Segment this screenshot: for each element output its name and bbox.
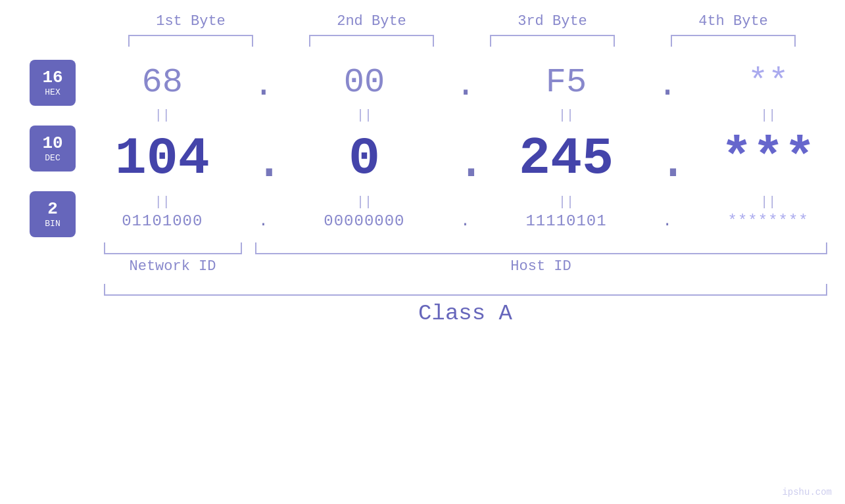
dot-dec-2: . — [455, 132, 475, 192]
bin-cell-3: 11110101 — [504, 212, 629, 230]
watermark: ipshu.com — [782, 487, 832, 497]
bottom-brackets-row — [104, 242, 827, 254]
eq2-1: || — [100, 195, 225, 210]
equals-row-2: || || || || — [85, 195, 845, 210]
network-bracket — [104, 242, 242, 254]
bin-value-2: 00000000 — [324, 212, 404, 230]
dec-cell-4: *** — [706, 129, 831, 189]
content-area: 16 HEX 10 DEC 2 BIN 68 . 00 — [0, 53, 845, 237]
dot-hex-1: . — [253, 66, 273, 105]
dot-bin-3: . — [658, 212, 677, 230]
dot-dec-1: . — [253, 132, 273, 192]
bracket-top-4 — [671, 35, 796, 47]
id-labels: Network ID Host ID — [104, 258, 827, 275]
bin-cell-2: 00000000 — [302, 212, 427, 230]
bin-value-1: 01101000 — [122, 212, 203, 230]
class-bracket — [104, 284, 827, 296]
hex-badge-number: 16 — [42, 68, 62, 87]
byte4-header: 4th Byte — [667, 13, 799, 30]
hex-badge: 16 HEX — [30, 60, 76, 106]
eq2-2: || — [302, 195, 427, 210]
eq1-3: || — [504, 108, 629, 123]
bin-badge: 2 BIN — [30, 191, 76, 237]
bracket-top-3 — [490, 35, 615, 47]
hex-value-2: 00 — [344, 63, 385, 102]
dec-value-1: 104 — [115, 129, 210, 189]
dot-bin-1: . — [253, 212, 273, 230]
dec-badge-number: 10 — [42, 134, 62, 153]
network-id-label: Network ID — [104, 258, 242, 275]
eq2-4: || — [706, 195, 831, 210]
bin-cell-4: ******** — [706, 212, 831, 230]
bin-badge-label: BIN — [45, 219, 60, 229]
hex-value-4: ** — [748, 63, 788, 102]
dec-cell-3: 245 — [504, 129, 629, 189]
eq2-3: || — [504, 195, 629, 210]
data-grid: 68 . 00 . F5 . ** || || — [85, 53, 845, 237]
bin-value-3: 11110101 — [525, 212, 606, 230]
bin-value-4: ******** — [728, 212, 809, 230]
main-container: 1st Byte 2nd Byte 3rd Byte 4th Byte 16 H… — [0, 0, 845, 504]
hex-value-1: 68 — [142, 63, 183, 102]
hex-value-3: F5 — [546, 63, 587, 102]
eq1-1: || — [100, 108, 225, 123]
hex-cell-4: ** — [706, 63, 831, 102]
dot-bin-2: . — [455, 212, 475, 230]
bottom-section: Network ID Host ID Class A — [104, 242, 827, 326]
eq1-2: || — [302, 108, 427, 123]
eq1-4: || — [706, 108, 831, 123]
dec-badge-label: DEC — [45, 153, 60, 163]
dot-hex-2: . — [455, 66, 475, 105]
dot-dec-3: . — [658, 132, 677, 192]
dot-hex-3: . — [658, 66, 677, 105]
bin-row: 01101000 . 00000000 . 11110101 . *******… — [85, 212, 845, 230]
dec-row: 104 . 0 . 245 . *** — [85, 126, 845, 192]
hex-cell-3: F5 — [504, 63, 629, 102]
dec-cell-2: 0 — [302, 129, 427, 189]
class-label: Class A — [104, 301, 827, 326]
hex-row: 68 . 00 . F5 . ** — [85, 60, 845, 105]
bin-cell-1: 01101000 — [100, 212, 225, 230]
bin-badge-number: 2 — [47, 200, 58, 219]
bracket-top-1 — [128, 35, 253, 47]
dec-cell-1: 104 — [100, 129, 225, 189]
dec-value-4: *** — [721, 129, 815, 189]
host-id-label: Host ID — [255, 258, 827, 275]
bracket-top-2 — [309, 35, 434, 47]
hex-badge-label: HEX — [45, 87, 60, 97]
byte2-header: 2nd Byte — [306, 13, 437, 30]
badges-column: 16 HEX 10 DEC 2 BIN — [0, 53, 85, 237]
dec-badge: 10 DEC — [30, 126, 76, 172]
hex-cell-2: 00 — [302, 63, 427, 102]
dec-value-2: 0 — [349, 129, 380, 189]
top-brackets — [101, 35, 824, 47]
host-bracket — [255, 242, 827, 254]
hex-cell-1: 68 — [100, 63, 225, 102]
byte-headers: 1st Byte 2nd Byte 3rd Byte 4th Byte — [101, 13, 824, 30]
byte1-header: 1st Byte — [125, 13, 256, 30]
byte3-header: 3rd Byte — [487, 13, 618, 30]
equals-row-1: || || || || — [85, 108, 845, 123]
dec-value-3: 245 — [519, 129, 614, 189]
